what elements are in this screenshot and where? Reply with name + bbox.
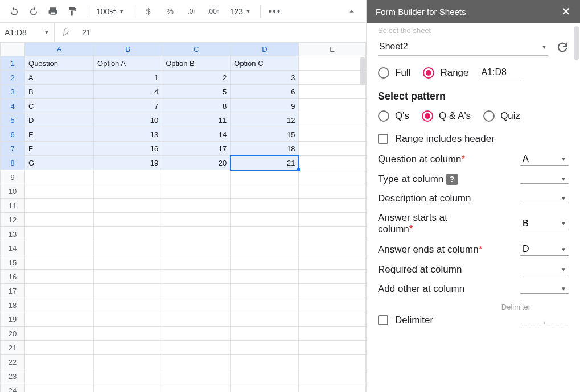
- cell[interactable]: [162, 369, 231, 383]
- scope-full-radio[interactable]: Full: [378, 67, 410, 79]
- cell[interactable]: [25, 227, 94, 241]
- cell[interactable]: [94, 355, 162, 369]
- row-header[interactable]: 24: [1, 383, 25, 393]
- cell[interactable]: F: [25, 142, 94, 156]
- cell[interactable]: G: [25, 156, 94, 170]
- grid-area[interactable]: ABCDE1QuestionOption AOption BOption C2A…: [0, 42, 366, 392]
- range-input[interactable]: [482, 66, 521, 79]
- more-toolbar-button[interactable]: •••: [268, 4, 282, 19]
- cell[interactable]: [162, 270, 231, 284]
- cell[interactable]: 6: [231, 85, 299, 99]
- row-header[interactable]: 9: [1, 170, 25, 184]
- cell[interactable]: C: [25, 99, 94, 113]
- cell[interactable]: [231, 284, 299, 298]
- row-header[interactable]: 14: [1, 241, 25, 255]
- cell[interactable]: [299, 156, 366, 170]
- cell[interactable]: 4: [94, 85, 162, 99]
- cell[interactable]: [299, 327, 366, 341]
- vertical-scrollbar[interactable]: [360, 57, 365, 85]
- close-icon[interactable]: ✕: [561, 5, 571, 18]
- column-header[interactable]: B: [94, 43, 162, 56]
- row-header[interactable]: 17: [1, 284, 25, 298]
- row-header[interactable]: 4: [1, 99, 25, 113]
- help-icon[interactable]: ?: [446, 174, 458, 185]
- cell[interactable]: [25, 312, 94, 327]
- cell[interactable]: [94, 284, 162, 298]
- cell[interactable]: [299, 255, 366, 270]
- cell[interactable]: [231, 255, 299, 270]
- cell[interactable]: [94, 270, 162, 284]
- cell[interactable]: [299, 99, 366, 113]
- formula-input[interactable]: 21: [77, 28, 366, 37]
- cell[interactable]: [162, 213, 231, 227]
- cell[interactable]: [162, 327, 231, 341]
- cell[interactable]: [299, 341, 366, 355]
- format-123-dropdown[interactable]: 123▼: [228, 7, 253, 16]
- increase-decimal-button[interactable]: .00↑: [206, 4, 221, 19]
- cell[interactable]: 20: [162, 156, 231, 170]
- cell[interactable]: [162, 341, 231, 355]
- name-box[interactable]: A1:D8▼: [0, 23, 55, 42]
- cell[interactable]: [94, 341, 162, 355]
- cell[interactable]: A: [25, 71, 94, 85]
- cell[interactable]: Option A: [94, 56, 162, 71]
- scope-range-radio[interactable]: Range: [423, 67, 468, 79]
- row-header[interactable]: 7: [1, 142, 25, 156]
- cell[interactable]: [231, 199, 299, 213]
- cell[interactable]: 17: [162, 142, 231, 156]
- row-header[interactable]: 13: [1, 227, 25, 241]
- cell[interactable]: [25, 383, 94, 393]
- cell[interactable]: [299, 298, 366, 312]
- cell[interactable]: 2: [162, 71, 231, 85]
- cell[interactable]: 12: [231, 113, 299, 127]
- select-all-cell[interactable]: [1, 43, 25, 56]
- cell[interactable]: [25, 255, 94, 270]
- print-button[interactable]: [46, 4, 60, 19]
- cell[interactable]: [25, 241, 94, 255]
- paint-format-button[interactable]: [65, 4, 80, 19]
- row-header[interactable]: 1: [1, 56, 25, 71]
- decrease-decimal-button[interactable]: .0↓: [184, 4, 199, 19]
- question-column-dropdown[interactable]: A▼: [520, 152, 569, 166]
- pattern-qs-radio[interactable]: Q's: [378, 110, 409, 122]
- cell[interactable]: [25, 298, 94, 312]
- cell[interactable]: [231, 355, 299, 369]
- row-header[interactable]: 10: [1, 184, 25, 199]
- cell[interactable]: [231, 184, 299, 199]
- cell[interactable]: [162, 298, 231, 312]
- cell[interactable]: Option C: [231, 56, 299, 71]
- cell[interactable]: [231, 298, 299, 312]
- cell[interactable]: [231, 312, 299, 327]
- cell[interactable]: [299, 184, 366, 199]
- cell[interactable]: [25, 270, 94, 284]
- cell[interactable]: 5: [162, 85, 231, 99]
- cell[interactable]: [299, 284, 366, 298]
- cell[interactable]: [94, 255, 162, 270]
- cell[interactable]: [162, 170, 231, 184]
- cell[interactable]: 21: [231, 156, 299, 170]
- cell[interactable]: [299, 355, 366, 369]
- delimiter-checkbox[interactable]: Delimiter: [378, 315, 433, 326]
- cell[interactable]: 8: [162, 99, 231, 113]
- cell[interactable]: 19: [94, 156, 162, 170]
- cell[interactable]: 18: [231, 142, 299, 156]
- cell[interactable]: [299, 85, 366, 99]
- percent-button[interactable]: %: [163, 4, 178, 19]
- cell[interactable]: 10: [94, 113, 162, 127]
- cell[interactable]: [25, 355, 94, 369]
- row-header[interactable]: 12: [1, 213, 25, 227]
- cell[interactable]: [94, 327, 162, 341]
- cell[interactable]: [94, 170, 162, 184]
- cell[interactable]: E: [25, 127, 94, 142]
- row-header[interactable]: 20: [1, 327, 25, 341]
- cell[interactable]: [94, 241, 162, 255]
- sheet-dropdown[interactable]: Sheet2▼: [378, 38, 548, 56]
- cell[interactable]: [162, 383, 231, 393]
- cell[interactable]: [94, 199, 162, 213]
- cell[interactable]: [231, 227, 299, 241]
- cell[interactable]: 15: [231, 127, 299, 142]
- row-header[interactable]: 21: [1, 341, 25, 355]
- cell[interactable]: [94, 369, 162, 383]
- cell[interactable]: 16: [94, 142, 162, 156]
- add-other-column-dropdown[interactable]: ▼: [520, 284, 569, 294]
